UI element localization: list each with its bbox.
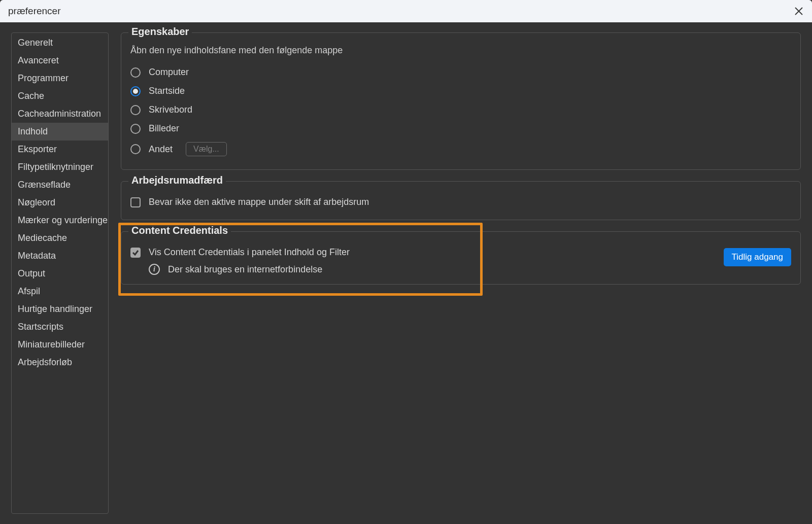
sidebar-item-2[interactable]: Programmer [12,69,108,87]
sidebar-item-11[interactable]: Mediecache [12,229,108,247]
radio-button-4[interactable] [130,144,141,154]
early-access-button[interactable]: Tidlig adgang [724,248,791,266]
sidebar-item-15[interactable]: Hurtige handlinger [12,300,108,318]
cc-info-row: i Der skal bruges en internetforbindelse [130,261,724,275]
radio-row-3[interactable]: Billeder [130,119,791,138]
sidebar-item-10[interactable]: Mærker og vurderinger [12,212,108,229]
radio-button-2[interactable] [130,105,141,115]
sidebar-item-18[interactable]: Arbejdsforløb [12,354,108,371]
info-icon: i [149,264,160,275]
properties-legend: Egenskaber [128,26,192,38]
sidebar-item-9[interactable]: Nøgleord [12,194,108,212]
window-title: præferencer [8,6,61,17]
content-credentials-legend: Content Credentials [128,225,231,236]
sidebar-item-8[interactable]: Grænseflade [12,176,108,194]
radio-label-2: Skrivebord [149,104,192,115]
radio-row-0[interactable]: Computer [130,63,791,82]
dialog-body: GenereltAvanceretProgrammerCacheCacheadm… [0,22,812,524]
properties-group: Egenskaber Åbn den nye indholdsfane med … [121,32,801,170]
radio-label-3: Billeder [149,123,179,134]
sidebar-item-17[interactable]: Miniaturebilleder [12,336,108,354]
cc-info-text: Der skal bruges en internetforbindelse [168,264,322,275]
workspace-group: Arbejdsrumadfærd Bevar ikke den aktive m… [121,181,801,220]
radio-label-0: Computer [149,67,189,78]
workspace-checkbox[interactable] [130,197,141,207]
cc-checkbox-row[interactable]: Vis Content Credentials i panelet Indhol… [130,244,724,261]
sidebar-item-4[interactable]: Cacheadministration [12,105,108,123]
sidebar-item-0[interactable]: Generelt [12,34,108,52]
radio-label-1: Startside [149,86,185,96]
sidebar-item-14[interactable]: Afspil [12,283,108,300]
cc-checkbox-label: Vis Content Credentials i panelet Indhol… [149,247,350,258]
sidebar-item-5[interactable]: Indhold [12,123,108,141]
close-icon[interactable] [793,5,805,17]
titlebar: præferencer [0,0,812,22]
cc-checkbox[interactable] [130,248,141,258]
sidebar-item-6[interactable]: Eksporter [12,141,108,158]
sidebar-item-13[interactable]: Output [12,265,108,283]
properties-subtext: Åbn den nye indholdsfane med den følgend… [130,45,791,56]
preferences-main: Egenskaber Åbn den nye indholdsfane med … [121,32,801,514]
sidebar-item-12[interactable]: Metadata [12,247,108,265]
radio-button-1[interactable] [130,86,141,96]
workspace-checkbox-row[interactable]: Bevar ikke den aktive mappe under skift … [130,194,791,211]
radio-row-1[interactable]: Startside [130,82,791,100]
radio-label-4: Andet [149,144,173,155]
radio-row-2[interactable]: Skrivebord [130,100,791,119]
radio-button-0[interactable] [130,67,141,78]
workspace-legend: Arbejdsrumadfærd [128,174,226,186]
sidebar-item-16[interactable]: Startscripts [12,318,108,336]
preferences-sidebar: GenereltAvanceretProgrammerCacheCacheadm… [11,32,109,514]
content-credentials-group: Content Credentials Vis Content Credenti… [121,231,801,285]
sidebar-item-3[interactable]: Cache [12,87,108,105]
radio-row-4[interactable]: AndetVælg... [130,138,791,160]
sidebar-item-1[interactable]: Avanceret [12,52,108,69]
radio-button-3[interactable] [130,124,141,134]
workspace-checkbox-label: Bevar ikke den aktive mappe under skift … [149,197,369,207]
sidebar-item-7[interactable]: Filtypetilknytninger [12,158,108,176]
choose-folder-button[interactable]: Vælg... [186,142,227,156]
